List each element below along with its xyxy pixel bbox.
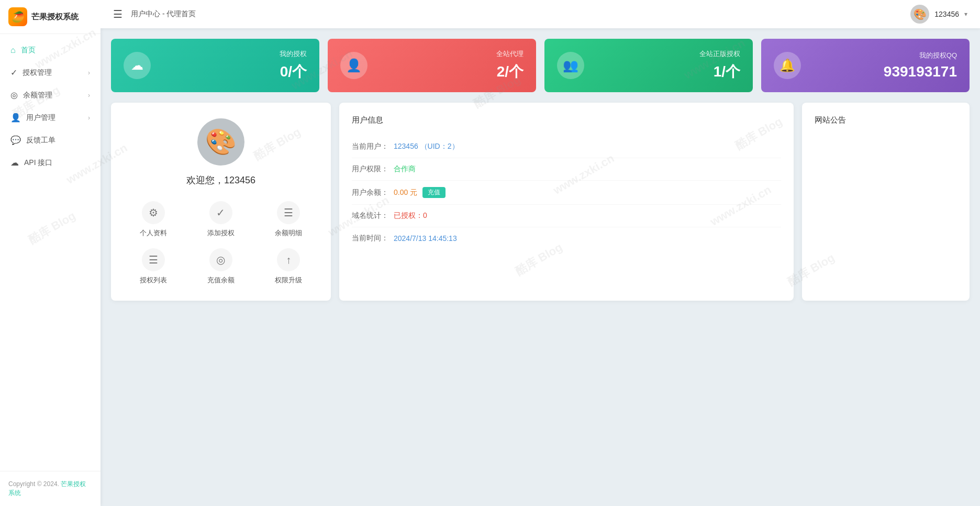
recharge-button[interactable]: 充值 [422,187,446,198]
menu-icon[interactable]: ☰ [113,8,122,20]
balance-icon: ◎ [10,90,18,100]
breadcrumb: 用户中心 - 代理首页 [131,9,196,19]
info-label-perm: 用户权限： [352,164,394,174]
info-row-balance: 用户余额： 0.00 元 充值 [352,181,781,205]
logo-icon: 🥭 [8,7,27,26]
sidebar-logo: 🥭 芒果授权系统 [0,0,101,34]
sidebar-item-label: 授权管理 [23,68,52,78]
user-menu[interactable]: 🎨 123456 ▾ [910,5,967,24]
profile-edit-label: 个人资料 [140,228,167,238]
sidebar-nav: ⌂ 首页 ✓ 授权管理 › ◎ 余额管理 › 👤 用户管理 › 💬 反馈工单 ☁… [0,34,101,471]
upgrade-label: 权限升级 [275,276,302,285]
sidebar-item-auth[interactable]: ✓ 授权管理 › [0,61,101,84]
user-info-title: 用户信息 [352,115,781,125]
gear-icon: ⚙ [142,201,165,224]
add-auth-action[interactable]: ✓ 添加授权 [191,201,250,238]
sidebar-item-label: 余额管理 [23,91,52,100]
sidebar-item-home[interactable]: ⌂ 首页 [0,39,101,61]
info-value-domain: 已授权：0 [394,211,427,221]
stat-label-my-auth: 我的授权 [280,49,307,59]
profile-avatar: 🎨 [197,118,244,166]
stat-card-my-qq: 🔔 我的授权QQ 939193171 [761,39,970,92]
logo-text: 芒果授权系统 [31,12,79,22]
sidebar-item-api[interactable]: ☁ API 接口 [0,151,101,174]
sidebar-footer: Copyright © 2024. 芒果授权系统 [0,471,101,506]
auth-list-label: 授权列表 [140,276,167,285]
recharge-action[interactable]: ◎ 充值余额 [191,248,250,285]
profile-card: 🎨 欢迎您，123456 ⚙ 个人资料 ✓ 添加授权 ☰ 余额明细 [111,103,331,301]
info-row-domain: 域名统计： 已授权：0 [352,205,781,227]
chevron-right-icon: › [88,114,90,122]
header: ☰ 用户中心 - 代理首页 🎨 123456 ▾ [101,0,980,28]
balance-detail-label: 余额明细 [275,228,302,238]
stat-value-all-agent: 2/个 [497,62,524,82]
profile-edit-action[interactable]: ⚙ 个人资料 [124,201,183,238]
stat-label-my-qq: 我的授权QQ [919,51,957,60]
header-username: 123456 [934,10,959,18]
balance-detail-action[interactable]: ☰ 余额明细 [259,201,318,238]
check-icon: ✓ [209,201,232,224]
sidebar-item-label: 反馈工单 [26,136,55,145]
auth-list-action[interactable]: ☰ 授权列表 [124,248,183,285]
stat-label-all-official: 全站正版授权 [699,49,740,59]
avatar: 🎨 [910,5,929,24]
stat-card-all-agent: 👤 全站代理 2/个 [328,39,536,92]
upgrade-action[interactable]: ↑ 权限升级 [259,248,318,285]
sidebar-item-label: 用户管理 [26,113,55,123]
feedback-icon: 💬 [10,135,21,145]
profile-actions-row1: ⚙ 个人资料 ✓ 添加授权 ☰ 余额明细 [124,201,318,238]
info-label-time: 当前时间： [352,234,394,243]
lower-grid: 🎨 欢迎您，123456 ⚙ 个人资料 ✓ 添加授权 ☰ 余额明细 [111,103,970,301]
sidebar-item-label: 首页 [21,46,36,55]
upgrade-icon: ↑ [277,248,300,271]
stat-card-my-auth: ☁ 我的授权 0/个 [111,39,319,92]
agent-icon: 👤 [340,52,368,79]
info-label-domain: 域名统计： [352,211,394,221]
chevron-right-icon: › [88,69,90,76]
main-area: ☰ 用户中心 - 代理首页 🎨 123456 ▾ ☁ 我的授权 0/个 👤 全站… [101,0,980,506]
recharge-label: 充值余额 [207,276,235,285]
info-label-balance: 用户余额： [352,188,394,197]
sidebar: 🥭 芒果授权系统 ⌂ 首页 ✓ 授权管理 › ◎ 余额管理 › 👤 用户管理 ›… [0,0,101,506]
official-icon: 👥 [557,52,584,79]
sidebar-item-users[interactable]: 👤 用户管理 › [0,106,101,129]
sidebar-item-feedback[interactable]: 💬 反馈工单 [0,129,101,151]
stat-cards-row: ☁ 我的授权 0/个 👤 全站代理 2/个 👥 全站正版授权 1/个 [111,39,970,92]
cloud-icon: ☁ [124,52,151,79]
stat-value-all-official: 1/个 [714,62,740,82]
chevron-right-icon: › [88,92,90,99]
info-row-user: 当前用户： 123456 （UID：2） [352,136,781,158]
stat-value-my-auth: 0/个 [280,62,307,82]
info-row-time: 当前时间： 2024/7/13 14:45:13 [352,227,781,249]
chevron-down-icon: ▾ [964,10,967,18]
content-area: ☁ 我的授权 0/个 👤 全站代理 2/个 👥 全站正版授权 1/个 [101,28,980,506]
info-value-time: 2024/7/13 14:45:13 [394,234,457,243]
stat-label-all-agent: 全站代理 [496,49,524,59]
sidebar-item-balance[interactable]: ◎ 余额管理 › [0,84,101,106]
profile-actions-row2: ☰ 授权列表 ◎ 充值余额 ↑ 权限升级 [124,248,318,285]
users-icon: 👤 [10,113,21,123]
profile-welcome: 欢迎您，123456 [186,174,255,186]
list-icon: ☰ [277,201,300,224]
add-auth-label: 添加授权 [207,228,235,238]
stat-card-all-official: 👥 全站正版授权 1/个 [544,39,753,92]
home-icon: ⌂ [10,46,16,55]
info-value-perm: 合作商 [394,164,416,174]
auth-list-icon: ☰ [142,248,165,271]
info-value-user: 123456 （UID：2） [394,142,459,151]
recharge-icon: ◎ [209,248,232,271]
info-label-user: 当前用户： [352,142,394,151]
bell-icon: 🔔 [774,52,801,79]
notice-card: 网站公告 [802,103,970,301]
info-row-perm: 用户权限： 合作商 [352,158,781,181]
stat-value-my-qq: 939193171 [884,63,957,80]
api-icon: ☁ [10,158,19,168]
user-info-card: 用户信息 当前用户： 123456 （UID：2） 用户权限： 合作商 用户余额… [339,103,794,301]
auth-icon: ✓ [10,68,17,78]
info-value-balance: 0.00 元 [394,188,417,197]
notice-title: 网站公告 [815,115,957,125]
sidebar-item-label: API 接口 [24,158,52,168]
